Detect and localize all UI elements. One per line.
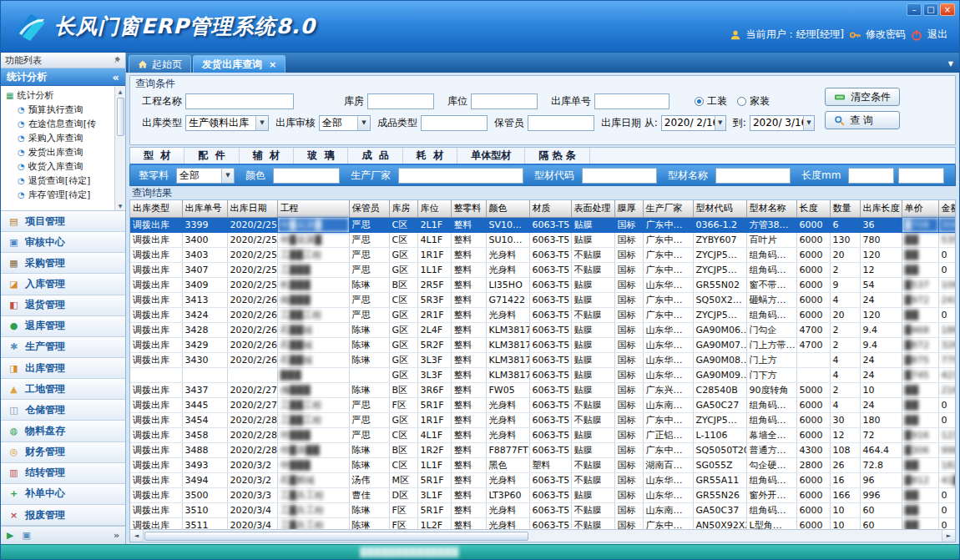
- sidebar-module[interactable]: ◍ 物料盘存: [1, 421, 125, 441]
- column-header[interactable]: 数量: [830, 200, 860, 217]
- column-header[interactable]: 整零料: [451, 200, 486, 217]
- manufacturer-input[interactable]: [398, 168, 523, 184]
- table-row[interactable]: 调拨出库35102020/3/4工▓共工程陈琳F区5R1F整料光身料6063-T…: [130, 502, 955, 517]
- column-header[interactable]: 库房: [389, 200, 417, 217]
- sidebar-module[interactable]: ◎ 财务管理: [1, 442, 125, 463]
- material-tab[interactable]: 单体型材: [457, 148, 525, 164]
- table-row[interactable]: 调拨出库34942020/3/2石▓辉城汤伟M区5R1F整料光身料6063-T5…: [130, 472, 955, 487]
- radio-option[interactable]: 家装: [737, 94, 770, 108]
- material-tab[interactable]: 辅 材: [240, 148, 294, 164]
- scrollbar-thumb[interactable]: [117, 98, 124, 136]
- collapse-icon[interactable]: «: [113, 71, 119, 83]
- tree-item[interactable]: ◔ 收货入库查询: [6, 159, 114, 174]
- out-type-select[interactable]: 生产领料出库 ▼: [185, 115, 269, 131]
- sidebar-module[interactable]: ✱ 生产管理: [1, 337, 125, 358]
- sidebar-module[interactable]: ◪ 入库管理: [1, 274, 125, 295]
- scroll-left-icon[interactable]: ◄: [130, 530, 144, 542]
- material-tab[interactable]: 耗 材: [403, 148, 457, 164]
- table-row[interactable]: 调拨出库34372020/2/27佛▓▓▓陈琳B区3R6F整料FW056063-…: [130, 382, 955, 397]
- order-no-input[interactable]: [594, 93, 669, 109]
- scrollbar-thumb[interactable]: [144, 532, 528, 541]
- sidebar-tool-icon[interactable]: ▶: [7, 530, 13, 541]
- tree-item[interactable]: ◔ 退货查询[待定]: [6, 174, 114, 188]
- column-header[interactable]: 膜厚: [614, 200, 643, 217]
- location-input[interactable]: [471, 93, 538, 109]
- material-tab[interactable]: 成 品: [348, 148, 402, 164]
- column-header[interactable]: 出库日期: [227, 200, 277, 217]
- scrollbar-track[interactable]: [144, 530, 942, 542]
- date-to-picker[interactable]: 2020/ 3/16 ▼: [750, 115, 815, 131]
- tree-item[interactable]: ◔ 预算执行查询: [6, 103, 114, 117]
- length-min-input[interactable]: [848, 168, 894, 184]
- column-header[interactable]: 保管员: [349, 200, 389, 217]
- search-button[interactable]: 查 询: [825, 111, 900, 129]
- sidebar-module[interactable]: ● 退库管理: [1, 316, 125, 337]
- material-tab[interactable]: 型 材: [130, 148, 184, 164]
- profile-name-input[interactable]: [715, 168, 791, 184]
- sidebar-module[interactable]: ◫ 仓储管理: [1, 400, 125, 421]
- table-row[interactable]: ▓▓▓G区3L3F整料KLM38176063-T5贴膜国标山东华…GA90M09…: [130, 367, 955, 382]
- column-header[interactable]: 生产厂家: [643, 200, 693, 217]
- sidebar-module[interactable]: ▤ 项目管理: [1, 211, 125, 232]
- column-header[interactable]: 出库类型: [130, 200, 182, 217]
- maximize-button[interactable]: □: [923, 3, 938, 16]
- table-row[interactable]: 调拨出库35002020/3/3工▓共工程曹佳D区3L1F整料LT3P60606…: [130, 487, 955, 502]
- column-header[interactable]: 颜色: [486, 200, 529, 217]
- tree-item[interactable]: ◔ 库存管理[待定]: [6, 188, 114, 202]
- date-from-picker[interactable]: 2020/ 2/16 ▼: [661, 115, 726, 131]
- warehouse-input[interactable]: [367, 93, 434, 109]
- tree-scrollbar[interactable]: ▲ ▼: [114, 86, 125, 210]
- column-header[interactable]: 型材代码: [693, 200, 746, 217]
- keeper-input[interactable]: [528, 115, 594, 131]
- project-name-input[interactable]: [185, 93, 294, 109]
- sidebar-module[interactable]: ◧ 退货管理: [1, 295, 125, 316]
- column-header[interactable]: 库位: [417, 200, 451, 217]
- table-row[interactable]: 调拨出库34092020/2/25长▓▓▓陈琳B区2R5F整料LI35HO606…: [130, 277, 955, 292]
- table-row[interactable]: 调拨出库34452020/2/27工▓▓工程严思F区5R1F整料光身料6063-…: [130, 397, 955, 412]
- audit-select[interactable]: 全部 ▼: [319, 115, 371, 131]
- table-row[interactable]: 调拨出库33992020/2/25华▓花源▓严思C区2L1F整料SV10…606…: [130, 217, 955, 232]
- document-tab[interactable]: 发货出库查询 ×: [193, 55, 285, 73]
- sidebar-module[interactable]: ▦ 采购管理: [1, 253, 125, 274]
- scroll-down-icon[interactable]: ▼: [119, 200, 123, 210]
- table-row[interactable]: 调拨出库35112020/3/4工▓共工程陈琳F区1L2F整料光身料6063-T…: [130, 517, 955, 529]
- whole-piece-select[interactable]: 全部 ▼: [176, 168, 235, 184]
- table-row[interactable]: 调拨出库34072020/2/25工▓▓▓严思G区1L1F整料光身料6063-T…: [130, 262, 955, 277]
- tree-item[interactable]: ◔ 发货出库查询: [6, 145, 114, 159]
- tree-root[interactable]: ▦ 统计分析: [6, 88, 114, 103]
- column-header[interactable]: 工程: [277, 200, 349, 217]
- sidebar-module[interactable]: × 报废管理: [1, 505, 125, 526]
- tab-close-icon[interactable]: ×: [269, 59, 276, 70]
- material-tab[interactable]: 配 件: [184, 148, 239, 164]
- table-row[interactable]: 调拨出库34002020/2/25华▓花源▓严思C区4L1F整料SU10…606…: [130, 232, 955, 247]
- tab-overflow-icon[interactable]: ▼: [948, 60, 953, 68]
- table-row[interactable]: 调拨出库34242020/2/26工▓▓工程严思G区2R1F整料光身料6063-…: [130, 307, 955, 322]
- table-row[interactable]: 调拨出库34542020/2/28工▓▓工程严思G区1R1F整料光身料6063-…: [130, 412, 955, 427]
- change-password-button[interactable]: 修改密码: [866, 28, 906, 42]
- column-header[interactable]: 金额: [938, 200, 955, 217]
- length-max-input[interactable]: [898, 168, 944, 184]
- table-row[interactable]: 调拨出库34302020/2/26石▓▓城陈琳G区3L3F整料KLM381760…: [130, 352, 955, 367]
- sidebar-module[interactable]: ▣ 审核中心: [1, 232, 125, 253]
- pin-icon[interactable]: [113, 56, 121, 64]
- table-row[interactable]: 调拨出库34292020/2/26石▓▓城陈琳G区5R2F整料KLM381760…: [130, 337, 955, 352]
- sidebar-module[interactable]: ▲ 工地管理: [1, 379, 125, 400]
- clear-button[interactable]: 清空条件: [825, 88, 900, 106]
- color-input[interactable]: [273, 168, 340, 184]
- close-button[interactable]: ×: [940, 3, 955, 16]
- column-header[interactable]: 单价: [902, 200, 938, 217]
- document-tab[interactable]: 起始页 ×: [129, 55, 191, 73]
- sidebar-section-statistics[interactable]: 统计分析 «: [1, 68, 125, 86]
- product-type-input[interactable]: [421, 115, 488, 131]
- logout-button[interactable]: 退出: [927, 28, 947, 42]
- sidebar-module[interactable]: ▥ 结转管理: [1, 463, 125, 484]
- column-header[interactable]: 长度: [796, 200, 830, 217]
- table-row[interactable]: 调拨出库34032020/2/25工▓▓工程严思G区1R1F整料光身料6063-…: [130, 247, 955, 262]
- sidebar-module[interactable]: + 补单中心: [1, 484, 125, 505]
- horizontal-scrollbar[interactable]: ◄ ►: [130, 529, 955, 542]
- scroll-right-icon[interactable]: ►: [942, 530, 955, 542]
- column-header[interactable]: 型材名称: [746, 200, 796, 217]
- sidebar-tool-icon[interactable]: »: [114, 530, 119, 541]
- material-tab[interactable]: 玻 璃: [294, 148, 348, 164]
- column-header[interactable]: 材质: [529, 200, 571, 217]
